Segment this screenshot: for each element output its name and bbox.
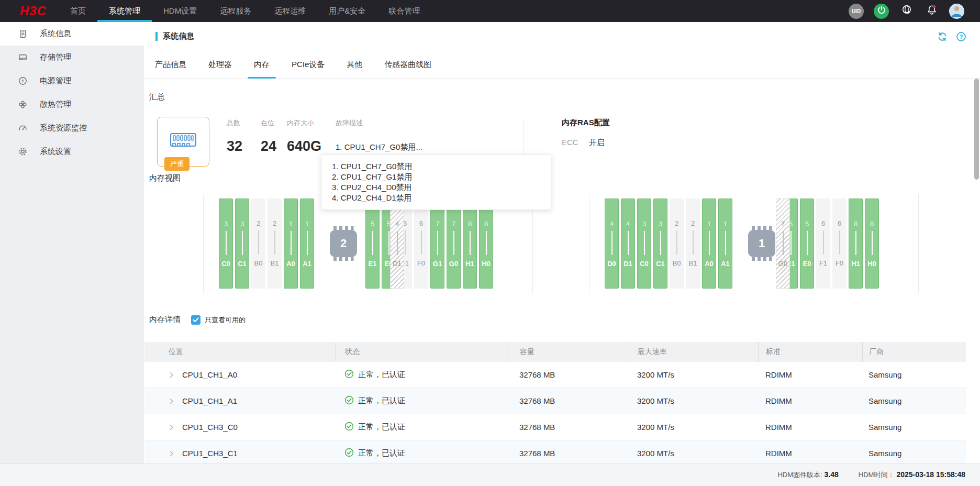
sidebar: 系统信息存储管理电源管理散热管理系统资源监控系统设置 (0, 22, 144, 463)
expand-chevron-icon[interactable] (169, 397, 175, 405)
tab-6[interactable]: 传感器曲线图 (378, 51, 438, 78)
table-row-2[interactable]: CPU1_CH1_A1正常，已认证32768 MB3200 MT/sRDIMMS… (144, 388, 966, 414)
tab-1[interactable]: 产品信息 (149, 51, 193, 78)
slot-label: G0 (778, 260, 787, 268)
table-row-3[interactable]: CPU1_CH3_C0正常，已认证32768 MB3200 MT/sRDIMMS… (144, 414, 966, 440)
help-icon[interactable]: ? (956, 31, 966, 42)
fault-label: 故障描述 (336, 118, 422, 128)
uid-button[interactable]: UID (849, 4, 864, 19)
slot-channel-number: 2 (257, 219, 260, 227)
slot-channel-number: 8 (484, 220, 488, 228)
stat-value: 640G (287, 138, 336, 154)
ecc-value: 开启 (589, 138, 605, 147)
sidebar-item-1[interactable]: 系统信息 (0, 22, 144, 46)
cell-容量: 32768 MB (508, 423, 629, 432)
user-avatar[interactable] (949, 4, 964, 19)
nav-item-5[interactable]: 远程运维 (263, 0, 317, 22)
dimm-slot-D0: 4D0 (605, 198, 619, 289)
power-button[interactable] (874, 4, 889, 19)
slot-label: B1 (271, 259, 279, 267)
dimm-slot-H0: 8H0 (865, 198, 879, 289)
slot-channel-number: 2 (273, 219, 276, 227)
language-button[interactable] (899, 4, 914, 19)
nav-item-3[interactable]: HDM设置 (152, 0, 208, 22)
slot-channel-number: 6 (419, 219, 423, 227)
slot-channel-number: 5 (371, 220, 374, 228)
slot-channel-number: 1 (289, 220, 293, 228)
slot-channel-number: 8 (854, 220, 858, 228)
main-panel: 系统信息 ? 产品信息处理器内存PCIe设备其他传感器曲线图 汇总 严重 总数3… (144, 22, 980, 463)
vertical-scrollbar[interactable] (974, 79, 979, 180)
cell-位置: CPU1_CH1_A0 (144, 370, 336, 379)
slot-notch (855, 231, 856, 255)
cell-厂商: Samsung (862, 396, 966, 405)
dimm-slot-B1: 2B1 (686, 198, 700, 289)
sidebar-item-label: 存储管理 (40, 52, 71, 62)
sidebar-item-5[interactable]: 系统资源监控 (0, 116, 144, 140)
sidebar-item-6[interactable]: 系统设置 (0, 140, 144, 163)
severity-badge: 严重 (164, 157, 190, 171)
column-header-1: 位置 (144, 342, 336, 362)
tab-bar: 产品信息处理器内存PCIe设备其他传感器曲线图 (144, 51, 980, 79)
only-available-label[interactable]: 只查看可用的 (205, 315, 246, 325)
dimm-slot-C1: 3C1 (653, 198, 667, 289)
tab-2[interactable]: 处理器 (202, 51, 238, 78)
hdm-time: HDM时间：2025-03-18 15:58:48 (859, 470, 965, 480)
summary-heading: 汇总 (149, 92, 165, 102)
status-ok-icon (344, 395, 358, 406)
slot-label: E1 (369, 260, 377, 268)
cell-位置: CPU1_CH3_C1 (144, 449, 336, 458)
system-info-icon (18, 29, 27, 39)
refresh-icon[interactable] (937, 31, 948, 42)
table-row-1[interactable]: CPU1_CH1_A0正常，已认证32768 MB3200 MT/sRDIMMS… (144, 362, 966, 388)
nav-item-6[interactable]: 用户&安全 (317, 0, 377, 22)
stat-value: 32 (227, 138, 261, 154)
cell-标准: RDIMM (758, 396, 862, 405)
tab-5[interactable]: 其他 (340, 51, 369, 78)
summary-stat-1: 总数32 (227, 118, 261, 154)
page-title: 系统信息 (163, 31, 194, 41)
nav-item-2[interactable]: 系统管理 (97, 0, 152, 22)
sidebar-item-4[interactable]: 散热管理 (0, 93, 144, 116)
slot-notch (453, 231, 454, 255)
dimm-slot-A0: 1A0 (702, 198, 716, 289)
table-row-4[interactable]: CPU1_CH3_C1正常，已认证32768 MB3200 MT/sRDIMMS… (144, 440, 966, 463)
nav-item-4[interactable]: 远程服务 (208, 0, 263, 22)
slot-notch (839, 230, 840, 255)
slot-notch (676, 230, 677, 255)
only-available-checkbox[interactable] (191, 315, 201, 325)
location-text: CPU1_CH1_A0 (182, 370, 237, 379)
slot-channel-number: 7 (436, 220, 439, 228)
cell-标准: RDIMM (758, 370, 862, 379)
cell-容量: 32768 MB (508, 449, 629, 458)
sidebar-item-label: 电源管理 (40, 76, 71, 86)
slot-channel-number: 8 (468, 220, 472, 228)
notifications-button[interactable] (924, 4, 939, 19)
nav-item-1[interactable]: 首页 (59, 0, 97, 22)
tab-3[interactable]: 内存 (248, 51, 276, 78)
slot-notch (226, 231, 227, 255)
slot-notch (405, 230, 406, 255)
ras-config: 内存RAS配置 ECC 开启 (562, 118, 610, 148)
cell-位置: CPU1_CH3_C0 (144, 423, 336, 432)
expand-chevron-icon[interactable] (169, 424, 175, 431)
slot-channel-number: 6 (838, 219, 841, 227)
expand-chevron-icon[interactable] (169, 450, 175, 457)
sidebar-item-2[interactable]: 存储管理 (0, 46, 144, 69)
slot-notch (872, 231, 873, 255)
tab-4[interactable]: PCIe设备 (285, 51, 331, 78)
slot-label: C1 (238, 260, 247, 268)
expand-chevron-icon[interactable] (169, 371, 175, 379)
dimm-slot-E0: 5E0 (800, 198, 814, 289)
cell-位置: CPU1_CH1_A1 (144, 396, 336, 405)
dimm-slot-A1: 1A1 (718, 198, 732, 289)
slot-channel-number: 3 (224, 220, 228, 228)
cell-容量: 32768 MB (508, 370, 629, 379)
status-text: 正常，已认证 (358, 448, 405, 458)
nav-item-7[interactable]: 联合管理 (377, 0, 431, 22)
fault-summary-text[interactable]: 1. CPU1_CH7_G0禁用... (336, 142, 422, 152)
slot-label: C0 (640, 260, 649, 268)
panel-header: 系统信息 ? (144, 22, 980, 51)
firmware-version: HDM固件版本:3.48 (777, 470, 838, 480)
sidebar-item-3[interactable]: 电源管理 (0, 69, 144, 93)
